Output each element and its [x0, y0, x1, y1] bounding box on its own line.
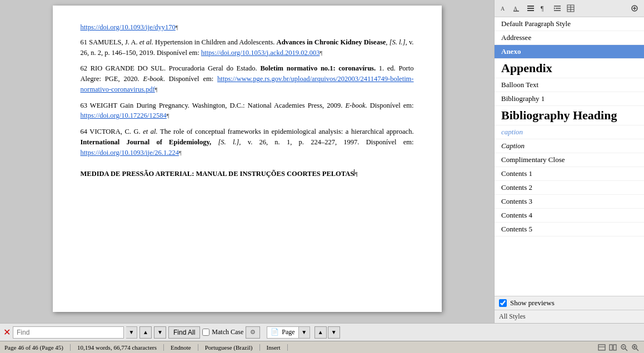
page-info: Page 46 of 46 (Page 45): [4, 344, 71, 351]
styles-sidebar: A A ¶: [494, 0, 644, 323]
layout2-icon[interactable]: [608, 343, 617, 352]
extra-button[interactable]: [628, 2, 641, 14]
style-item-caption-lower[interactable]: caption: [495, 125, 644, 139]
style-item-anexo[interactable]: Anexo: [495, 45, 644, 59]
nav-down-icon: ▼: [157, 329, 163, 335]
page-next-button[interactable]: ▼: [328, 326, 340, 339]
find-dropdown-button[interactable]: ▼: [126, 326, 137, 339]
style-item-default-paragraph[interactable]: Default Paragraph Style: [495, 17, 644, 31]
nav-up-icon: ▲: [143, 329, 148, 335]
svg-line-25: [636, 349, 638, 351]
layout-icon[interactable]: [597, 343, 606, 352]
find-input[interactable]: [13, 326, 124, 339]
table-button[interactable]: [565, 2, 577, 14]
svg-line-22: [625, 349, 627, 351]
match-case-row: Match Case: [202, 328, 243, 336]
style-item-complimentary-close[interactable]: Complimentary Close: [495, 153, 644, 167]
svg-rect-17: [598, 345, 605, 350]
ref-64: 64 VICTORA, C. G. et al. The role of con…: [81, 127, 414, 158]
ref-61: 61 SAMUELS, J. A. et al. Hypertension in…: [81, 37, 414, 58]
svg-rect-19: [610, 345, 612, 350]
style-item-appendix[interactable]: Appendix: [495, 59, 644, 78]
find-prev-button[interactable]: ▲: [139, 326, 152, 339]
status-right-icons: [597, 343, 640, 352]
all-styles-row: All Styles: [495, 310, 644, 323]
indent-button[interactable]: [551, 2, 563, 14]
style-item-bibliography-heading[interactable]: Bibliography Heading: [495, 106, 644, 125]
styles-list[interactable]: Default Paragraph Style Addressee Anexo …: [495, 17, 644, 296]
document-area[interactable]: https://doi.org/10.1093/ije/dyy170¶ 61 S…: [0, 0, 494, 323]
search-type-label: Page: [282, 328, 294, 336]
zoom-out-icon[interactable]: [620, 343, 628, 352]
search-type-dropdown-button[interactable]: ▼: [299, 326, 310, 339]
style-list-button[interactable]: [525, 2, 537, 14]
style-item-contents-4[interactable]: Contents 4: [495, 209, 644, 223]
page-prev-button[interactable]: ▲: [314, 326, 327, 339]
all-styles-label: All Styles: [499, 312, 526, 320]
centered-title: MEDIDA DE PRESSÃO ARTERIAL: MANUAL DE IN…: [81, 169, 414, 179]
page-prev-icon: ▲: [318, 329, 323, 335]
svg-rect-3: [527, 6, 534, 7]
edit-style-button[interactable]: A: [511, 2, 523, 14]
find-close-button[interactable]: ✕: [3, 327, 11, 337]
svg-text:¶: ¶: [541, 4, 544, 12]
svg-rect-5: [527, 10, 534, 11]
svg-rect-4: [527, 8, 534, 9]
find-dropdown-arrow-icon: ▼: [129, 329, 134, 335]
match-case-label: Match Case: [212, 328, 243, 336]
svg-rect-20: [613, 345, 616, 350]
show-previews-checkbox[interactable]: [499, 299, 507, 307]
style-item-contents-5[interactable]: Contents 5: [495, 223, 644, 236]
search-type-icon: 📄: [271, 328, 279, 336]
ref-63: 63 WEIGHT Gain During Pregnancy. Washing…: [81, 100, 414, 122]
document-page: https://doi.org/10.1093/ije/dyy170¶ 61 S…: [53, 6, 442, 312]
style-item-caption-upper[interactable]: Caption: [495, 139, 644, 153]
svg-text:A: A: [501, 6, 505, 12]
other-options-icon: ⚙: [250, 329, 256, 336]
edit-mode: Insert: [260, 344, 288, 351]
word-count: 10,194 words, 66,774 characters: [71, 344, 164, 351]
find-next-button[interactable]: ▼: [154, 326, 166, 339]
match-case-checkbox[interactable]: [202, 329, 209, 336]
style-item-addressee[interactable]: Addressee: [495, 31, 644, 45]
section-info: Endnote: [164, 344, 198, 351]
ref-62: 62 RIO GRANDE DO SUL. Procuradoria Geral…: [81, 63, 414, 94]
style-item-balloon-text[interactable]: Balloon Text: [495, 78, 644, 92]
other-options-button[interactable]: ⚙: [246, 326, 260, 339]
ref-url-prev: https://doi.org/10.1093/ije/dyy170¶: [81, 22, 414, 33]
find-toolbar: ✕ ▼ ▲ ▼ Find All Match Case ⚙ 📄 Page ▼ ▲…: [0, 323, 644, 341]
zoom-in-icon[interactable]: [631, 343, 640, 352]
search-type-display: 📄 Page: [267, 326, 298, 339]
paragraph-button[interactable]: ¶: [538, 2, 550, 14]
style-item-bibliography-1[interactable]: Bibliography 1: [495, 92, 644, 106]
find-all-button[interactable]: Find All: [168, 326, 200, 339]
style-item-contents-2[interactable]: Contents 2: [495, 181, 644, 195]
search-type-dropdown-arrow-icon: ▼: [301, 329, 307, 335]
page-next-icon: ▼: [331, 329, 337, 335]
new-style-button[interactable]: A: [498, 2, 510, 14]
show-previews-label: Show previews: [510, 299, 555, 307]
show-previews-row: Show previews: [495, 296, 644, 310]
status-bar: Page 46 of 46 (Page 45) 10,194 words, 66…: [0, 341, 644, 353]
style-item-contents-3[interactable]: Contents 3: [495, 195, 644, 209]
sidebar-toolbar: A A ¶: [495, 0, 644, 17]
language-info: Portuguese (Brazil): [198, 344, 260, 351]
style-item-contents-1[interactable]: Contents 1: [495, 167, 644, 181]
